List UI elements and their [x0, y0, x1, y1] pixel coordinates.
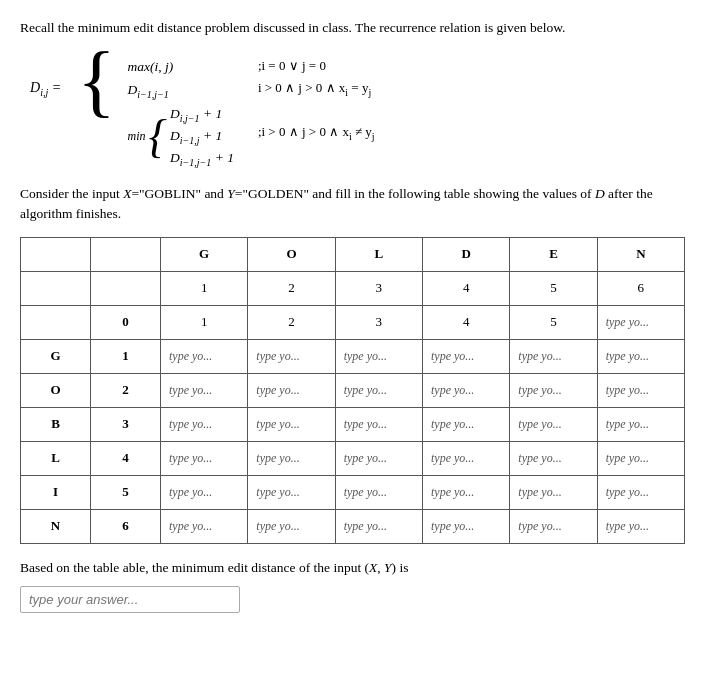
table-row[interactable]: B 3 type yo... type yo... type yo... typ…: [21, 407, 685, 441]
formula-case-diag: Di−1,j−1: [128, 79, 234, 103]
formula-case-max: max(i, j): [128, 56, 234, 78]
consider-text: Consider the input X="GOBLIN" and Y="GOL…: [20, 184, 685, 225]
answer-section-text: Based on the table able, the minimum edi…: [20, 560, 685, 576]
table-header-numbers: 1 2 3 4 5 6: [21, 271, 685, 305]
table-row[interactable]: O 2 type yo... type yo... type yo... typ…: [21, 373, 685, 407]
final-answer-input[interactable]: [20, 586, 240, 613]
formula-min-label: min: [128, 129, 146, 144]
edit-distance-table: G O L D E N 1 2 3 4 5 6 0 1 2 3 4 5 type: [20, 237, 685, 544]
formula-lhs: Di,j =: [30, 80, 61, 98]
table-row: 0 1 2 3 4 5 type yo...: [21, 305, 685, 339]
table-header-letters: G O L D E N: [21, 237, 685, 271]
table-row[interactable]: G 1 type yo... type yo... type yo... typ…: [21, 339, 685, 373]
formula-cond3: ;i > 0 ∧ j > 0 ∧ xi ≠ yj: [258, 122, 375, 145]
table-row[interactable]: N 6 type yo... type yo... type yo... typ…: [21, 509, 685, 543]
table-row[interactable]: L 4 type yo... type yo... type yo... typ…: [21, 441, 685, 475]
formula-cond1: ;i = 0 ∨ j = 0: [258, 56, 375, 77]
formula-min-cases: Di,j−1 + 1 Di−1,j + 1 Di−1,j−1 + 1: [170, 104, 234, 171]
intro-text: Recall the minimum edit distance problem…: [20, 18, 685, 38]
table-row[interactable]: I 5 type yo... type yo... type yo... typ…: [21, 475, 685, 509]
formula-cond2: i > 0 ∧ j > 0 ∧ xi = yj: [258, 78, 375, 101]
